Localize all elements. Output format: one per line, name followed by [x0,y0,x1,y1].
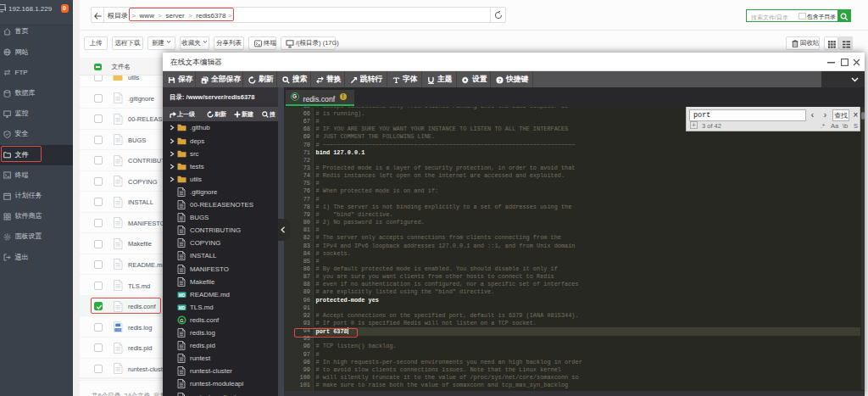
svg-text:MD: MD [179,293,186,297]
svg-text:G: G [180,318,183,323]
svg-text:LOG: LOG [115,328,120,332]
svg-text:MD: MD [179,305,186,310]
svg-text:?: ? [498,77,502,82]
